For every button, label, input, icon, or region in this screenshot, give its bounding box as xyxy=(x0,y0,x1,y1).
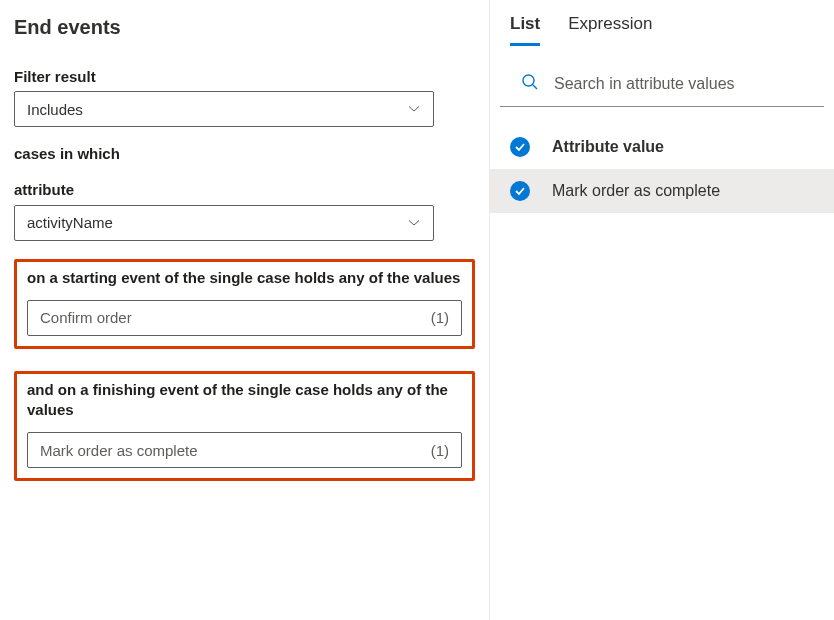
attribute-values-panel: List Expression Attribute value Mark ord… xyxy=(490,0,834,620)
attribute-select[interactable]: activityName xyxy=(14,205,434,241)
attribute-value: activityName xyxy=(27,214,113,231)
starting-event-count: (1) xyxy=(431,309,449,326)
filter-result-label: Filter result xyxy=(14,67,475,87)
filter-panel: End events Filter result Includes cases … xyxy=(0,0,490,620)
starting-event-value: Confirm order xyxy=(40,309,132,326)
finishing-event-count: (1) xyxy=(431,442,449,459)
attribute-list-header[interactable]: Attribute value xyxy=(490,125,834,169)
tab-expression[interactable]: Expression xyxy=(568,14,652,44)
search-icon xyxy=(520,72,540,96)
tab-list[interactable]: List xyxy=(510,14,540,44)
attribute-label: attribute xyxy=(14,180,475,200)
filter-result-select[interactable]: Includes xyxy=(14,91,434,127)
attribute-section: attribute activityName xyxy=(14,180,475,240)
search-input[interactable] xyxy=(554,75,804,93)
attribute-list-header-label: Attribute value xyxy=(552,138,664,156)
svg-line-1 xyxy=(533,85,537,89)
chevron-down-icon xyxy=(407,216,421,230)
finishing-event-box: and on a finishing event of the single c… xyxy=(14,371,475,482)
attribute-list-item-label: Mark order as complete xyxy=(552,182,720,200)
filter-result-section: Filter result Includes xyxy=(14,67,475,127)
cases-in-which-label: cases in which xyxy=(14,145,475,162)
search-row xyxy=(500,66,824,107)
finishing-event-input[interactable]: Mark order as complete (1) xyxy=(27,432,462,468)
cases-label-section: cases in which xyxy=(14,145,475,162)
starting-event-box: on a starting event of the single case h… xyxy=(14,259,475,349)
page-title: End events xyxy=(14,16,475,39)
finishing-event-label: and on a finishing event of the single c… xyxy=(27,380,462,421)
tab-bar: List Expression xyxy=(490,14,834,44)
finishing-event-value: Mark order as complete xyxy=(40,442,198,459)
chevron-down-icon xyxy=(407,102,421,116)
starting-event-label: on a starting event of the single case h… xyxy=(27,268,462,288)
item-checkbox[interactable] xyxy=(510,181,530,201)
attribute-list-item[interactable]: Mark order as complete xyxy=(490,169,834,213)
filter-result-value: Includes xyxy=(27,101,83,118)
select-all-checkbox[interactable] xyxy=(510,137,530,157)
svg-point-0 xyxy=(523,75,534,86)
starting-event-input[interactable]: Confirm order (1) xyxy=(27,300,462,336)
